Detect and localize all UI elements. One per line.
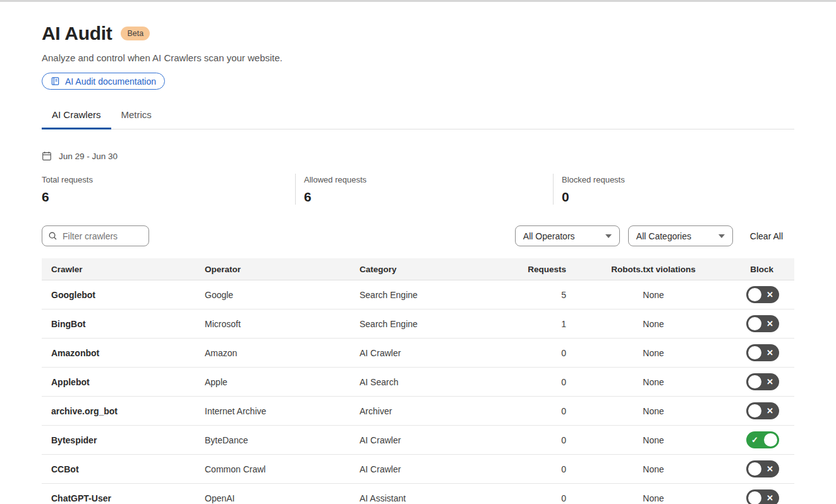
- stat-total-requests: Total requests6: [42, 174, 295, 205]
- cell-operator: Common Crawl: [205, 464, 360, 474]
- stat-allowed-requests: Allowed requests6: [295, 174, 553, 205]
- cell-category: Search Engine: [360, 319, 514, 329]
- cell-category: Archiver: [360, 406, 514, 416]
- cell-requests: 0: [514, 435, 566, 445]
- stat-value: 0: [562, 189, 794, 205]
- block-toggle[interactable]: ✕: [746, 373, 779, 390]
- cell-crawler: archive.org_bot: [42, 406, 205, 416]
- x-icon: ✕: [766, 494, 773, 502]
- chevron-down-icon: [605, 234, 612, 238]
- cell-robots-violations: None: [566, 464, 741, 474]
- operators-dropdown[interactable]: All Operators: [515, 225, 620, 246]
- chevron-down-icon: [718, 234, 725, 238]
- col-header-category: Category: [360, 265, 514, 274]
- col-header-block: Block: [741, 265, 794, 274]
- toggle-knob: [748, 462, 761, 476]
- cell-requests: 0: [514, 493, 566, 503]
- cell-operator: Microsoft: [205, 319, 360, 329]
- cell-block: ✕: [741, 402, 794, 419]
- cell-category: Search Engine: [360, 290, 514, 300]
- cell-requests: 0: [514, 348, 566, 358]
- clear-all-button[interactable]: Clear All: [750, 231, 783, 241]
- cell-robots-violations: None: [566, 377, 741, 387]
- cell-robots-violations: None: [566, 319, 741, 329]
- col-header-requests: Requests: [514, 265, 566, 274]
- block-toggle[interactable]: ✕: [746, 460, 779, 477]
- table-row: ChatGPT-UserOpenAIAI Assistant0None✕: [42, 484, 794, 504]
- x-icon: ✕: [766, 320, 773, 328]
- toggle-knob: [748, 346, 761, 359]
- table-row: CCBotCommon CrawlAI Crawler0None✕: [42, 455, 794, 484]
- cell-requests: 1: [514, 319, 566, 329]
- tab-ai-crawlers[interactable]: AI Crawlers: [42, 109, 111, 129]
- stat-label: Allowed requests: [304, 175, 553, 184]
- filter-crawlers-input[interactable]: [42, 225, 149, 246]
- cell-category: AI Crawler: [360, 435, 514, 445]
- block-toggle[interactable]: ✕: [746, 315, 779, 332]
- cell-category: AI Assistant: [360, 493, 514, 503]
- ai-audit-page: AI Audit Beta Analyze and control when A…: [0, 23, 836, 504]
- beta-badge: Beta: [121, 27, 150, 41]
- block-toggle[interactable]: ✕: [746, 402, 779, 419]
- toggle-knob: [748, 375, 761, 388]
- cell-crawler: CCBot: [42, 464, 205, 474]
- crawlers-table: CrawlerOperatorCategoryRequestsRobots.tx…: [42, 258, 794, 504]
- stats-row: Total requests6Allowed requests6Blocked …: [42, 174, 794, 205]
- cell-crawler: Bytespider: [42, 435, 205, 445]
- categories-dropdown[interactable]: All Categories: [628, 225, 733, 246]
- toggle-knob: [748, 491, 761, 504]
- x-icon: ✕: [766, 465, 773, 473]
- check-icon: ✓: [751, 436, 758, 444]
- cell-crawler: ChatGPT-User: [42, 493, 205, 503]
- cell-crawler: Amazonbot: [42, 348, 205, 358]
- stat-value: 6: [42, 189, 295, 205]
- table-row: ApplebotAppleAI Search0None✕: [42, 368, 794, 397]
- filter-bar: All Operators All Categories Clear All: [42, 225, 794, 246]
- cell-crawler: BingBot: [42, 319, 205, 329]
- block-toggle[interactable]: ✕: [746, 286, 779, 303]
- block-toggle[interactable]: ✕: [746, 489, 779, 504]
- cell-category: AI Search: [360, 377, 514, 387]
- page-title: AI Audit: [42, 23, 112, 44]
- cell-block: ✕: [741, 373, 794, 390]
- cell-robots-violations: None: [566, 406, 741, 416]
- date-range-label: Jun 29 - Jun 30: [59, 152, 118, 161]
- table-row: archive.org_botInternet ArchiveArchiver0…: [42, 397, 794, 426]
- cell-category: AI Crawler: [360, 348, 514, 358]
- search-box: [42, 225, 149, 246]
- block-toggle[interactable]: ✕: [746, 344, 779, 361]
- documentation-button[interactable]: AI Audit documentation: [42, 73, 165, 90]
- table-header-row: CrawlerOperatorCategoryRequestsRobots.tx…: [42, 258, 794, 280]
- cell-crawler: Applebot: [42, 377, 205, 387]
- cell-block: ✕: [741, 344, 794, 361]
- col-header-crawler: Crawler: [42, 265, 205, 274]
- cell-robots-violations: None: [566, 348, 741, 358]
- x-icon: ✕: [766, 378, 773, 386]
- cell-operator: Amazon: [205, 348, 360, 358]
- col-header-robots-txt-violations: Robots.txt violations: [566, 265, 741, 274]
- toggle-knob: [748, 288, 761, 301]
- cell-requests: 0: [514, 377, 566, 387]
- stat-blocked-requests: Blocked requests0: [553, 174, 794, 205]
- categories-dropdown-value: All Categories: [636, 231, 691, 241]
- block-toggle[interactable]: ✓: [746, 431, 779, 448]
- cell-block: ✕: [741, 489, 794, 504]
- book-icon: [51, 76, 60, 86]
- cell-block: ✕: [741, 286, 794, 303]
- cell-operator: Google: [205, 290, 360, 300]
- cell-crawler: Googlebot: [42, 290, 205, 300]
- toggle-knob: [764, 433, 777, 447]
- stat-label: Blocked requests: [562, 175, 794, 184]
- table-row: BingBotMicrosoftSearch Engine1None✕: [42, 309, 794, 339]
- cell-block: ✕: [741, 460, 794, 477]
- cell-robots-violations: None: [566, 435, 741, 445]
- cell-operator: Apple: [205, 377, 360, 387]
- page-subtitle: Analyze and control when AI Crawlers sca…: [42, 52, 794, 63]
- cell-robots-violations: None: [566, 290, 741, 300]
- col-header-operator: Operator: [205, 265, 360, 274]
- tab-metrics[interactable]: Metrics: [111, 109, 162, 129]
- date-range[interactable]: Jun 29 - Jun 30: [42, 151, 794, 161]
- toggle-knob: [748, 404, 761, 417]
- cell-robots-violations: None: [566, 493, 741, 503]
- page-header: AI Audit Beta: [42, 23, 794, 44]
